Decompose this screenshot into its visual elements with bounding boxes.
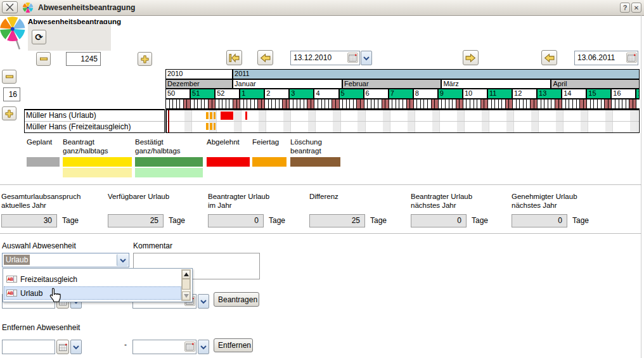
app-pinwheel-icon-small (23, 3, 33, 15)
date-to-field[interactable]: 13.06.2011 (574, 51, 638, 65)
chevron-down-icon (200, 345, 207, 350)
gantt-body[interactable] (165, 109, 640, 133)
arrow-first-icon (229, 53, 240, 63)
gantt-bar-abgelehnt[interactable] (221, 112, 233, 120)
mouse-cursor-hand (48, 288, 61, 304)
gantt-zoom-input[interactable] (3, 87, 20, 101)
summary-unit: Tage (62, 216, 79, 225)
legend-swatch (27, 157, 60, 167)
gantt-week-segment: 17 (636, 89, 640, 99)
gantt-month-segment: April (551, 79, 640, 89)
legend-swatch (290, 157, 340, 167)
gantt-bar-feiertag[interactable] (214, 112, 216, 119)
gantt-week-segment: 3 (289, 89, 314, 99)
gantt-week-segment: 6 (364, 89, 389, 99)
dropdown-item-urlaub[interactable]: AB Urlaub (4, 286, 181, 300)
gantt-bar-feiertag[interactable] (210, 123, 212, 130)
gantt-week-segment: 50 (165, 89, 190, 99)
remove-date-to-dropdown-button[interactable] (198, 340, 209, 354)
chevron-down-icon (200, 299, 207, 304)
triangle-down-icon (184, 294, 189, 298)
gantt-bar-feiertag[interactable] (214, 123, 216, 130)
nav-next-button[interactable] (463, 50, 479, 65)
gantt-row-separator (167, 121, 640, 122)
record-minus-button[interactable] (36, 52, 51, 66)
legend-label: Beantragtganz/halbtags (63, 137, 108, 155)
absence-type-combobox[interactable]: Urlaub (2, 253, 129, 267)
gantt-week-segment: 8 (413, 89, 438, 99)
gantt-week-segment: 2 (264, 89, 289, 99)
gantt-week-segment: 7 (389, 89, 413, 99)
summary-label: Beantragter Urlaubnächstes Jahr (411, 192, 472, 210)
combobox-dropdown-button[interactable] (117, 254, 128, 266)
gantt-year-segment: 2010 (165, 69, 233, 79)
record-number-input[interactable] (66, 52, 101, 66)
date-from-field[interactable]: 13.12.2010 (290, 51, 360, 65)
gantt-year-row: 20102011 (165, 69, 640, 79)
legend-swatch (135, 157, 203, 167)
date-range-separator: - (124, 340, 127, 349)
window-right-border (641, 15, 641, 358)
request-date-to-dropdown-button[interactable] (198, 294, 209, 309)
date-to-value: 13.06.2011 (577, 53, 615, 62)
calendar-icon[interactable] (347, 53, 358, 63)
date-from-dropdown-button[interactable] (361, 51, 372, 65)
help-button[interactable]: ? (620, 3, 630, 13)
remove-date-from-calendar-button[interactable] (56, 340, 69, 354)
text-field-ab-icon: AB (6, 276, 17, 283)
gantt-bar-feiertag[interactable] (206, 123, 209, 130)
legend-swatch (63, 157, 132, 167)
absence-type-dropdown-list[interactable]: AB Freizeitausgleich AB Urlaub (3, 268, 193, 302)
gantt-week-row: 5051521234567891011121314151617 (165, 89, 640, 99)
nav-prev-button[interactable] (257, 50, 273, 65)
remove-date-from-input[interactable] (2, 340, 55, 354)
dropdown-scrollbar[interactable] (181, 269, 191, 301)
legend-label: Bestätigtganz/halbtags (135, 137, 181, 155)
window-close-button[interactable]: ✕ (631, 3, 641, 13)
gantt-bar-feiertag[interactable] (210, 112, 212, 119)
gantt-week-segment: 16 (611, 89, 636, 99)
scrollbar-up-button[interactable] (182, 270, 190, 279)
gantt-week-segment: 12 (512, 89, 537, 99)
nav-first-button[interactable] (226, 50, 242, 65)
summary-label: Beantragter Urlaubim Jahr (208, 192, 269, 210)
gantt-zoom-in-button[interactable] (2, 106, 16, 120)
legend-label: Abgelehnt (207, 137, 240, 146)
summary-unit: Tage (169, 216, 185, 225)
record-plus-button[interactable] (138, 52, 152, 66)
summary-unit: Tage (370, 216, 387, 225)
title-bar: Abwesenheitsbeantragung ? ✕ (0, 0, 644, 16)
gantt-month-segment: Februar (342, 79, 441, 89)
remove-absence-label: Entfernen Abwesenheit (2, 323, 80, 332)
select-absence-label: Auswahl Abwesenheit (2, 241, 76, 250)
gantt-day-row (165, 99, 640, 109)
gantt-bar-abgelehnt[interactable] (245, 112, 248, 120)
calendar-icon[interactable] (626, 53, 637, 63)
gantt-week-segment: 13 (537, 89, 562, 99)
gantt-row-label: Müller Hans (Urlaub) (25, 110, 164, 121)
text-field-ab-icon: AB (6, 290, 17, 297)
gantt-week-segment: 15 (586, 89, 611, 99)
request-button[interactable]: Beantragen (214, 292, 259, 307)
detach-close-button[interactable] (2, 1, 18, 13)
legend-swatch-halfday (63, 168, 132, 177)
remove-button[interactable]: Entfernen (214, 338, 253, 352)
remove-date-to-field[interactable] (132, 340, 196, 354)
gantt-week-segment: 4 (314, 89, 338, 99)
summary-label: Gesamturlaubsanspruchaktuelles Jahr (1, 192, 80, 210)
close-x-icon (6, 3, 14, 11)
summary-value-field: 0 (411, 214, 467, 227)
summary-label: Verfügbarer Urlaub (108, 192, 169, 201)
scrollbar-thumb[interactable] (182, 279, 190, 290)
scrollbar-down-button[interactable] (182, 291, 190, 300)
refresh-button[interactable]: ⟳ (32, 30, 46, 44)
gantt-zoom-out-button[interactable] (2, 70, 16, 84)
remove-date-from-dropdown-button[interactable] (70, 340, 82, 354)
dropdown-item-freizeitausgleich[interactable]: AB Freizeitausgleich (4, 272, 181, 286)
nav-back-button[interactable] (541, 50, 557, 65)
summary-value-field: 30 (1, 214, 57, 227)
gantt-week-segment: 14 (562, 89, 586, 99)
calendar-icon[interactable] (184, 342, 195, 352)
gantt-bar-feiertag[interactable] (206, 112, 209, 119)
gantt-month-row: DezemberJanuarFebruarMärzApril (165, 79, 640, 89)
